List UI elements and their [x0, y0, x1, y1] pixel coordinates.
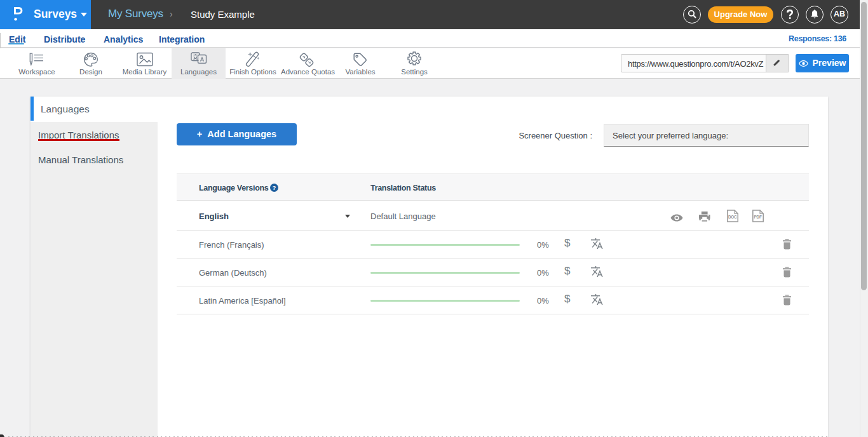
svg-text:PDF: PDF: [754, 215, 762, 219]
svg-text:DOC: DOC: [728, 215, 737, 219]
